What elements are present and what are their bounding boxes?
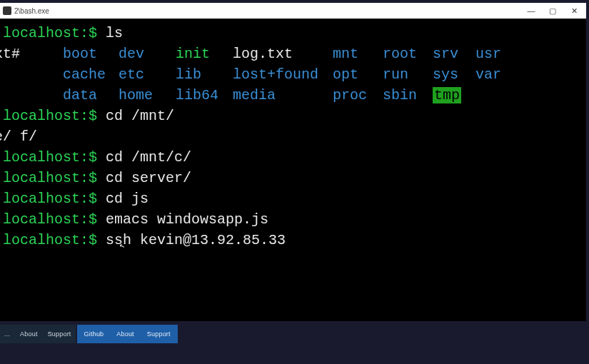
- window-titlebar[interactable]: 2\bash.exe — ▢ ✕: [0, 3, 586, 19]
- taskbar-dark-section: ... About Support: [0, 325, 76, 343]
- ls-entry: var: [475, 64, 511, 85]
- command-text: cd server/: [106, 170, 191, 186]
- prompt: .localhost:: [0, 149, 89, 166]
- taskbar-item[interactable]: ...: [4, 330, 10, 338]
- ls-row: xt#datahomelib64mediaprocsbintmp: [0, 85, 580, 106]
- prompt: .localhost:: [0, 108, 89, 124]
- prompt: .localhost:: [0, 211, 89, 228]
- taskbar-item-github[interactable]: Github: [84, 330, 104, 338]
- terminal-line: .localhost:$ cd server/: [0, 168, 580, 188]
- ls-entry: proc: [333, 85, 383, 106]
- command-text: cd js: [106, 191, 148, 207]
- prompt: .localhost:: [0, 232, 89, 248]
- ls-entry: media: [233, 85, 333, 106]
- prompt-dollar: $: [89, 170, 97, 186]
- ls-entry: run: [383, 64, 433, 85]
- ls-entry: srv: [433, 44, 475, 64]
- prompt-dollar: $: [89, 191, 97, 207]
- ls-entry: tmp: [433, 85, 475, 106]
- ls-entry: home: [119, 85, 176, 106]
- taskbar-item-support[interactable]: Support: [48, 330, 71, 338]
- titlebar-left: 2\bash.exe: [3, 6, 49, 15]
- ls-entry-sticky: tmp: [433, 87, 461, 103]
- command-text: cd /mnt/: [106, 108, 174, 124]
- ls-row: xt#cacheetcliblost+foundoptrunsysvar: [0, 64, 580, 85]
- ls-entry: mnt: [333, 44, 383, 64]
- ls-entry: init: [176, 44, 233, 64]
- minimize-button[interactable]: —: [522, 4, 540, 17]
- ls-entry: root: [383, 44, 433, 64]
- terminal-window: 2\bash.exe — ▢ ✕ .localhost:$ ls xt#boot…: [0, 3, 586, 321]
- terminal-line: .localhost:$ cd /mnt/c/: [0, 147, 580, 168]
- terminal-line: .localhost:$ ls: [0, 23, 580, 44]
- ls-entry: etc: [119, 64, 176, 85]
- terminal-line: .localhost:$ cd /mnt/: [0, 106, 580, 126]
- prompt-dollar: $: [89, 149, 97, 166]
- ls-entry: dev: [119, 44, 176, 64]
- ls-entry: opt: [333, 64, 383, 85]
- command-text: ssh kevin@13.92.85.33: [106, 232, 286, 248]
- taskbar-item-about[interactable]: About: [116, 330, 134, 338]
- command-text: ls: [106, 25, 123, 41]
- prompt: .localhost:: [0, 25, 89, 41]
- taskbar-item-about[interactable]: About: [20, 330, 38, 338]
- output-text: e/ f/: [0, 128, 37, 145]
- ls-entry: cache: [63, 64, 119, 85]
- prompt-dollar: $: [89, 211, 97, 228]
- taskbar-item-support[interactable]: Support: [147, 330, 171, 338]
- close-button[interactable]: ✕: [565, 4, 583, 17]
- ls-entry: sbin: [383, 85, 433, 106]
- prompt-dollar: $: [89, 25, 97, 41]
- command-text: emacs windowsapp.js: [106, 211, 268, 228]
- taskbar: ... About Support Github About Support: [0, 321, 589, 347]
- terminal-line: .localhost:$ ssh kevin@13.92.85.33: [0, 230, 580, 251]
- ls-row: xt#bootdevinitlog.txtmntrootsrvusr: [0, 44, 580, 64]
- truncated-text: xt#: [0, 46, 20, 62]
- terminal-line: e/ f/: [0, 126, 580, 147]
- ls-entry: usr: [475, 44, 511, 64]
- ls-entry: sys: [433, 64, 475, 85]
- prompt: .localhost:: [0, 170, 89, 186]
- ls-entry: data: [63, 85, 119, 106]
- window-controls: — ▢ ✕: [522, 4, 583, 17]
- app-icon: [3, 6, 11, 15]
- terminal-line: .localhost:$ cd js: [0, 188, 580, 209]
- ls-entry: lib: [176, 64, 233, 85]
- prompt-dollar: $: [89, 108, 97, 124]
- ls-entry: lib64: [176, 85, 233, 106]
- command-text: cd /mnt/c/: [106, 149, 191, 166]
- ls-entry: lost+found: [233, 64, 333, 85]
- terminal-body[interactable]: .localhost:$ ls xt#bootdevinitlog.txtmnt…: [0, 19, 580, 321]
- terminal-line: .localhost:$ emacs windowsapp.js: [0, 209, 580, 230]
- ls-entry: log.txt: [233, 44, 333, 64]
- taskbar-blue-section: Github About Support: [77, 325, 178, 343]
- maximize-button[interactable]: ▢: [543, 4, 562, 17]
- window-title: 2\bash.exe: [14, 7, 49, 15]
- ls-entry: boot: [63, 44, 119, 64]
- prompt: .localhost:: [0, 191, 89, 207]
- prompt-dollar: $: [89, 232, 97, 248]
